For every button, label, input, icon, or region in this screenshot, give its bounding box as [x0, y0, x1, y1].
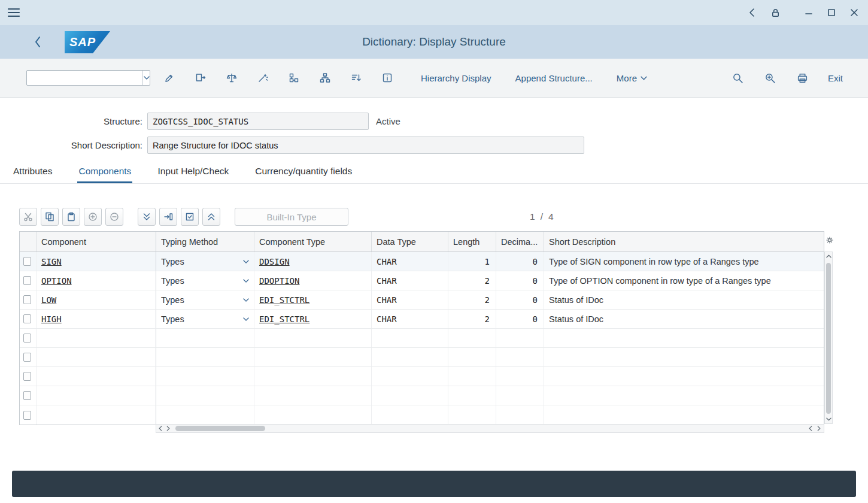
- typing-method-dropdown[interactable]: Types: [156, 252, 254, 271]
- lock-icon[interactable]: [770, 8, 781, 18]
- row-checkbox[interactable]: [23, 372, 31, 381]
- vertical-scrollbar[interactable]: [824, 252, 833, 424]
- row-checkbox[interactable]: [23, 353, 31, 362]
- structure-field[interactable]: ZOGTCSS_IDOC_STATUS: [147, 113, 369, 130]
- component-link[interactable]: OPTION: [41, 276, 72, 286]
- length-cell: 2: [448, 290, 496, 309]
- col-header-select[interactable]: [20, 232, 37, 252]
- paste-icon[interactable]: [62, 208, 80, 226]
- row-checkbox[interactable]: [23, 314, 31, 323]
- cut-icon[interactable]: [19, 208, 37, 226]
- scroll-down-icon[interactable]: [825, 415, 832, 423]
- command-field[interactable]: [27, 71, 142, 85]
- delete-row-icon[interactable]: [105, 208, 123, 226]
- decimals-cell: 0: [496, 252, 544, 271]
- typing-method-dropdown[interactable]: Types: [156, 310, 254, 328]
- component-link[interactable]: LOW: [41, 295, 56, 305]
- command-field-combo: [26, 70, 150, 86]
- component-type-link[interactable]: DDSIGN: [259, 257, 290, 266]
- length-cell: 1: [448, 252, 496, 271]
- typing-method-value: Types: [161, 314, 184, 324]
- horizontal-scrollbar-thumb[interactable]: [175, 426, 265, 431]
- where-used-icon[interactable]: [284, 68, 304, 87]
- other-object-icon[interactable]: [191, 68, 210, 87]
- display-change-icon[interactable]: [160, 68, 179, 87]
- col-header-component[interactable]: Component: [37, 232, 156, 252]
- col-header-component-type[interactable]: Component Type: [254, 232, 372, 252]
- maximize-icon[interactable]: [827, 8, 836, 17]
- scroll-left-end-icon[interactable]: [806, 425, 814, 432]
- search-icon[interactable]: [729, 68, 748, 87]
- info-icon[interactable]: [378, 68, 397, 87]
- typing-method-value: Types: [161, 276, 184, 286]
- row-checkbox[interactable]: [23, 295, 31, 304]
- component-type-link[interactable]: EDI_STCTRL: [259, 295, 309, 305]
- activate-icon[interactable]: [253, 68, 272, 87]
- scroll-left-icon[interactable]: [156, 425, 164, 432]
- search-plus-icon[interactable]: [761, 68, 780, 87]
- empty-component-cell[interactable]: [37, 367, 156, 386]
- page-up-icon[interactable]: [202, 208, 220, 226]
- col-header-length[interactable]: Length: [448, 232, 496, 252]
- col-header-decimals[interactable]: Decima...: [496, 232, 544, 252]
- tab-currency-quantity-fields[interactable]: Currency/quantity fields: [254, 160, 353, 183]
- append-structure-button[interactable]: Append Structure...: [515, 73, 593, 83]
- page-down-icon[interactable]: [138, 208, 156, 226]
- exit-button[interactable]: Exit: [828, 73, 843, 83]
- page-title: Dictionary: Display Structure: [0, 25, 868, 59]
- typing-method-dropdown[interactable]: Types: [156, 290, 254, 309]
- scroll-up-icon[interactable]: [825, 252, 832, 260]
- table-row: SIGN Types DDSIGN CHAR 1 0 Type of SIGN …: [20, 252, 824, 271]
- row-checkbox[interactable]: [23, 391, 31, 400]
- col-header-typing-method[interactable]: Typing Method: [156, 232, 254, 252]
- tab-attributes[interactable]: Attributes: [12, 160, 53, 183]
- typing-method-dropdown[interactable]: Types: [156, 271, 254, 290]
- short-description-cell: Type of SIGN component in row type of a …: [544, 252, 824, 271]
- component-type-link[interactable]: DDOPTION: [259, 276, 299, 286]
- short-description-cell: Status of IDoc: [544, 310, 824, 328]
- back-chevron-icon[interactable]: [748, 8, 756, 17]
- more-button[interactable]: More: [617, 73, 647, 83]
- command-field-dropdown[interactable]: [142, 71, 150, 85]
- insert-row-icon[interactable]: [84, 208, 102, 226]
- close-icon[interactable]: [850, 8, 858, 17]
- component-link[interactable]: SIGN: [41, 257, 62, 266]
- empty-component-cell[interactable]: [37, 405, 156, 425]
- short-description-field[interactable]: Range Structure for IDOC status: [147, 137, 584, 154]
- tab-components[interactable]: Components: [77, 160, 132, 183]
- runtime-object-icon[interactable]: [347, 68, 366, 87]
- typing-method-value: Types: [161, 295, 184, 305]
- row-checkbox[interactable]: [23, 276, 31, 285]
- component-type-link[interactable]: EDI_STCTRL: [259, 314, 309, 324]
- main-toolbar: Hierarchy Display Append Structure... Mo…: [0, 59, 868, 98]
- minimize-icon[interactable]: [805, 8, 813, 17]
- scroll-right-end-icon[interactable]: [815, 425, 823, 432]
- horizontal-scrollbar[interactable]: [156, 424, 824, 433]
- tab-input-help-check[interactable]: Input Help/Check: [156, 160, 230, 183]
- empty-component-cell[interactable]: [37, 348, 156, 366]
- grid-pagination: 1 / 4: [530, 208, 554, 226]
- chevron-down-icon: [243, 279, 249, 283]
- empty-component-cell[interactable]: [37, 386, 156, 405]
- component-link[interactable]: HIGH: [41, 314, 62, 324]
- empty-component-cell[interactable]: [37, 329, 156, 347]
- table-row-empty: [20, 386, 824, 405]
- scroll-right-icon[interactable]: [164, 425, 172, 432]
- vertical-scrollbar-thumb[interactable]: [826, 263, 831, 414]
- table-settings-icon[interactable]: [825, 236, 834, 244]
- check-icon[interactable]: [222, 68, 241, 87]
- menu-icon[interactable]: [7, 8, 20, 17]
- print-icon[interactable]: [793, 68, 812, 87]
- copy-icon[interactable]: [41, 208, 59, 226]
- built-in-type-button[interactable]: Built-In Type: [235, 208, 348, 226]
- row-checkbox[interactable]: [23, 334, 31, 343]
- select-block-icon[interactable]: [181, 208, 199, 226]
- hierarchy-icon[interactable]: [315, 68, 335, 87]
- hierarchy-display-button[interactable]: Hierarchy Display: [421, 73, 491, 83]
- row-checkbox[interactable]: [23, 411, 31, 420]
- insert-line-icon[interactable]: [159, 208, 177, 226]
- col-header-data-type[interactable]: Data Type: [372, 232, 448, 252]
- decimals-cell: 0: [496, 290, 544, 309]
- col-header-short-description[interactable]: Short Description: [544, 232, 824, 252]
- row-checkbox[interactable]: [23, 257, 31, 266]
